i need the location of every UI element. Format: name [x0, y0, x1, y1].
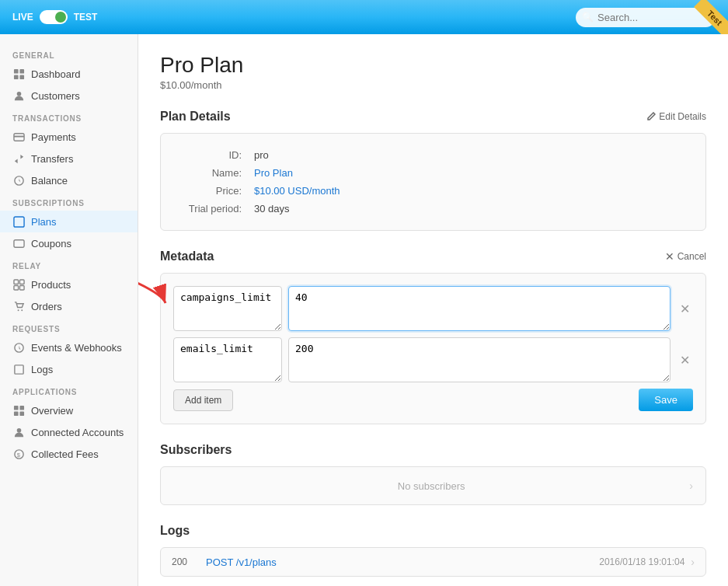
- subscribers-section: Subscribers No subscribers ›: [160, 443, 706, 505]
- trial-label: Trial period:: [176, 203, 254, 215]
- svg-rect-11: [19, 279, 24, 284]
- sidebar-item-coupons[interactable]: Coupons: [0, 232, 138, 254]
- coupons-icon: [12, 237, 25, 249]
- sidebar-label-events: Events & Webhooks: [31, 342, 122, 354]
- svg-rect-17: [13, 405, 18, 410]
- sidebar-label-payments: Payments: [31, 131, 76, 143]
- meta-key-2[interactable]: emails_limit: [173, 337, 282, 382]
- search-wrapper: 🔍: [576, 8, 716, 27]
- svg-rect-12: [13, 285, 18, 290]
- env-toggle[interactable]: [40, 10, 68, 24]
- sidebar-item-overview[interactable]: Overview: [0, 399, 138, 421]
- search-input[interactable]: [576, 8, 716, 27]
- svg-point-21: [16, 427, 21, 432]
- sidebar-label-transfers: Transfers: [31, 153, 73, 165]
- meta-key-1[interactable]: campaigns_limit: [173, 286, 282, 331]
- plan-details-section: Plan Details Edit Details ID: pro Name: …: [160, 110, 706, 231]
- save-button[interactable]: Save: [639, 389, 693, 411]
- svg-rect-6: [13, 135, 23, 137]
- svg-rect-18: [19, 405, 24, 410]
- balance-icon: [12, 174, 25, 187]
- sidebar-item-balance[interactable]: Balance: [0, 169, 138, 191]
- log-row[interactable]: 200 POST /v1/plans 2016/01/18 19:01:04 ›: [161, 548, 705, 576]
- id-label: ID:: [176, 149, 254, 161]
- sidebar-label-orders: Orders: [31, 301, 62, 312]
- sidebar-item-transfers[interactable]: Transfers: [0, 148, 138, 169]
- svg-rect-8: [13, 216, 23, 226]
- section-label-general: GENERAL: [0, 44, 138, 63]
- svg-rect-16: [14, 365, 23, 373]
- grid-icon: [12, 68, 25, 80]
- metadata-card: campaigns_limit 40 ✕ emails_limit 200 ✕ …: [160, 273, 706, 424]
- log-method-path: POST /v1/plans: [200, 556, 599, 568]
- metadata-header: Metadata ✕ Cancel: [160, 249, 706, 263]
- plans-icon: [12, 215, 25, 228]
- meta-value-1[interactable]: 40: [288, 286, 671, 331]
- metadata-actions: Add item Save: [173, 389, 693, 411]
- sidebar-label-dashboard: Dashboard: [31, 68, 81, 80]
- price-value: $10.00 USD/month: [254, 185, 340, 197]
- svg-point-4: [16, 91, 21, 96]
- transfer-icon: [12, 152, 25, 165]
- card-icon: [12, 131, 25, 143]
- logs-icon: [12, 363, 25, 375]
- log-chevron-icon: ›: [691, 556, 695, 568]
- logs-card: 200 POST /v1/plans 2016/01/18 19:01:04 ›: [160, 547, 706, 577]
- name-value[interactable]: Pro Plan: [254, 167, 293, 179]
- svg-rect-20: [19, 411, 24, 416]
- sidebar-item-payments[interactable]: Payments: [0, 126, 138, 148]
- section-label-requests: REQUESTS: [0, 317, 138, 337]
- svg-rect-0: [13, 68, 18, 73]
- log-status: 200: [172, 556, 200, 567]
- section-label-relay: RELAY: [0, 254, 138, 274]
- metadata-section: Metadata ✕ Cancel campaigns_limit 40 ✕ e…: [160, 249, 706, 424]
- sidebar-label-products: Products: [31, 279, 71, 291]
- logs-title: Logs: [160, 524, 190, 538]
- topbar-left: LIVE TEST: [12, 10, 97, 24]
- cancel-link[interactable]: ✕ Cancel: [665, 250, 706, 263]
- svg-rect-3: [19, 75, 24, 79]
- svg-rect-19: [13, 411, 18, 416]
- svg-rect-2: [13, 75, 18, 79]
- sidebar-item-events[interactable]: Events & Webhooks: [0, 337, 138, 358]
- layout: GENERAL Dashboard Customers TRANSACTIONS…: [0, 34, 728, 586]
- sidebar-item-fees[interactable]: $ Collected Fees: [0, 443, 138, 465]
- section-label-applications: APPLICATIONS: [0, 380, 138, 399]
- id-value: pro: [254, 149, 269, 161]
- svg-rect-9: [13, 239, 23, 246]
- sidebar-item-orders[interactable]: Orders: [0, 295, 138, 317]
- toggle-knob: [55, 12, 66, 23]
- section-label-subscriptions: SUBSCRIPTIONS: [0, 191, 138, 211]
- no-subscribers-text: No subscribers: [173, 480, 689, 492]
- logs-header: Logs: [160, 524, 706, 538]
- metadata-row-2: emails_limit 200 ✕: [173, 337, 693, 382]
- subscribers-empty[interactable]: No subscribers ›: [160, 466, 706, 505]
- test-label: TEST: [74, 12, 98, 23]
- svg-point-14: [17, 309, 19, 311]
- sidebar-item-dashboard[interactable]: Dashboard: [0, 63, 138, 85]
- sidebar-label-connected: Connected Accounts: [31, 427, 124, 438]
- plan-details-title: Plan Details: [160, 110, 231, 124]
- sidebar-item-products[interactable]: Products: [0, 274, 138, 295]
- add-item-button[interactable]: Add item: [173, 389, 233, 411]
- detail-row-trial: Trial period: 30 days: [176, 200, 690, 218]
- log-timestamp: 2016/01/18 19:01:04: [599, 556, 684, 567]
- svg-rect-10: [13, 279, 18, 284]
- meta-value-2[interactable]: 200: [288, 337, 671, 382]
- detail-row-id: ID: pro: [176, 146, 690, 164]
- sidebar-label-plans: Plans: [31, 216, 57, 228]
- meta-remove-1[interactable]: ✕: [677, 298, 693, 319]
- edit-details-link[interactable]: Edit Details: [646, 111, 706, 122]
- person-icon: [12, 89, 25, 102]
- sidebar-item-plans[interactable]: Plans: [0, 211, 138, 232]
- detail-row-name: Name: Pro Plan: [176, 164, 690, 182]
- orders-icon: [12, 300, 25, 312]
- sidebar-item-customers[interactable]: Customers: [0, 85, 138, 106]
- sidebar-label-balance: Balance: [31, 175, 68, 187]
- sidebar-item-logs[interactable]: Logs: [0, 358, 138, 380]
- name-label: Name:: [176, 167, 254, 179]
- meta-remove-2[interactable]: ✕: [677, 350, 693, 371]
- sidebar-item-connected[interactable]: Connected Accounts: [0, 421, 138, 443]
- products-icon: [12, 278, 25, 291]
- sidebar-label-overview: Overview: [31, 405, 73, 417]
